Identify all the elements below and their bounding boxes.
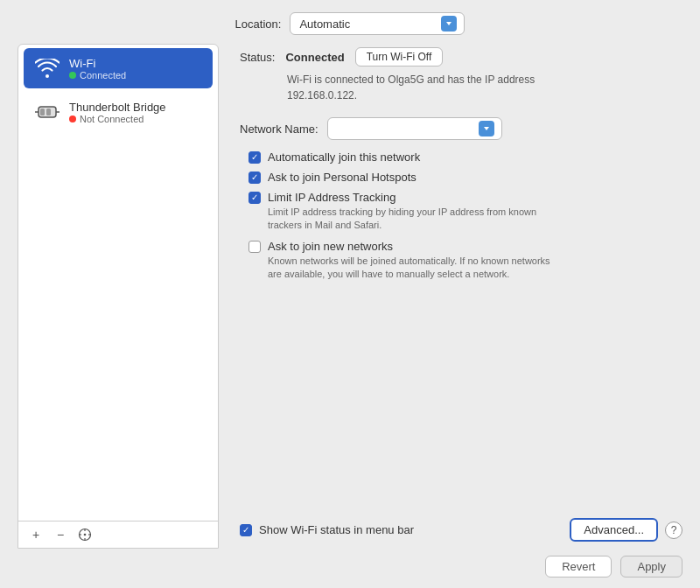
checkbox-limit-ip: Limit IP Address Tracking Limit IP addre… <box>248 191 682 233</box>
add-network-button[interactable]: + <box>25 525 46 544</box>
status-value: Connected <box>285 51 344 64</box>
turn-wifi-button[interactable]: Turn Wi-Fi Off <box>355 47 444 66</box>
help-button[interactable]: ? <box>665 522 682 539</box>
checkbox-auto-join: Automatically join this network <box>248 150 682 164</box>
bottom-row: Show Wi-Fi status in menu bar Advanced..… <box>240 518 682 549</box>
remove-network-button[interactable]: − <box>50 525 71 544</box>
action-network-button[interactable] <box>74 525 95 544</box>
detail-panel: Status: Connected Turn Wi-Fi Off Wi-Fi i… <box>219 44 682 549</box>
status-row: Status: Connected Turn Wi-Fi Off <box>240 47 682 66</box>
thunderbolt-status-dot <box>69 116 76 122</box>
footer: Revert Apply <box>0 549 700 588</box>
show-wifi-checkbox[interactable] <box>240 524 252 536</box>
svg-rect-3 <box>46 108 51 116</box>
network-name-arrow <box>479 121 494 136</box>
apply-button[interactable]: Apply <box>620 556 682 578</box>
thunderbolt-item-name: Thunderbolt Bridge <box>69 101 166 114</box>
auto-join-label: Automatically join this network <box>268 150 420 164</box>
location-value: Automatic <box>299 18 350 31</box>
network-name-label: Network Name: <box>240 122 318 136</box>
ask-new-checkbox[interactable] <box>248 241 261 253</box>
svg-point-7 <box>84 534 87 536</box>
wifi-icon <box>34 55 60 81</box>
checkbox-ask-hotspot: Ask to join Personal Hotspots <box>248 171 682 184</box>
ask-new-label: Ask to join new networks <box>268 240 565 253</box>
ask-hotspot-label: Ask to join Personal Hotspots <box>268 171 416 184</box>
thunderbolt-icon <box>34 99 60 125</box>
network-name-row: Network Name: <box>240 117 682 140</box>
limit-ip-sublabel: Limit IP address tracking by hiding your… <box>268 206 565 233</box>
checkbox-ask-new: Ask to join new networks Known networks … <box>248 240 682 282</box>
status-label: Status: <box>240 51 275 64</box>
wifi-item-status: Connected <box>69 70 126 80</box>
wifi-item-text: Wi-Fi Connected <box>69 57 126 80</box>
svg-marker-12 <box>484 127 489 130</box>
main-content: Wi-Fi Connected <box>0 44 700 549</box>
top-bar: Location: Automatic <box>0 0 700 44</box>
wifi-item-name: Wi-Fi <box>69 57 126 70</box>
show-wifi-row: Show Wi-Fi status in menu bar <box>240 523 414 536</box>
location-label: Location: <box>235 18 282 31</box>
checkboxes-section: Automatically join this network Ask to j… <box>248 150 682 289</box>
sidebar-item-thunderbolt[interactable]: Thunderbolt Bridge Not Connected <box>24 92 213 132</box>
ask-new-sublabel: Known networks will be joined automatica… <box>268 255 565 282</box>
revert-button[interactable]: Revert <box>545 556 612 578</box>
limit-ip-checkbox[interactable] <box>248 192 261 204</box>
sidebar-item-wifi[interactable]: Wi-Fi Connected <box>24 48 213 88</box>
wifi-status-dot <box>69 72 76 79</box>
sidebar-list: Wi-Fi Connected <box>18 45 218 521</box>
thunderbolt-item-text: Thunderbolt Bridge Not Connected <box>69 101 166 124</box>
sidebar-toolbar: + − <box>18 521 218 548</box>
svg-marker-0 <box>446 22 452 25</box>
network-name-dropdown[interactable] <box>327 117 502 140</box>
show-wifi-label: Show Wi-Fi status in menu bar <box>259 523 414 536</box>
svg-rect-2 <box>40 108 45 116</box>
sidebar: Wi-Fi Connected <box>18 44 219 549</box>
limit-ip-label: Limit IP Address Tracking <box>268 191 565 204</box>
location-dropdown-arrow <box>441 16 457 32</box>
bottom-right: Advanced... ? <box>570 518 682 542</box>
location-dropdown[interactable]: Automatic <box>290 12 465 35</box>
ask-hotspot-checkbox[interactable] <box>248 172 261 184</box>
advanced-button[interactable]: Advanced... <box>570 518 658 542</box>
auto-join-checkbox[interactable] <box>248 151 261 164</box>
thunderbolt-item-status: Not Connected <box>69 114 166 124</box>
status-description: Wi-Fi is connected to Olga5G and has the… <box>287 72 584 103</box>
